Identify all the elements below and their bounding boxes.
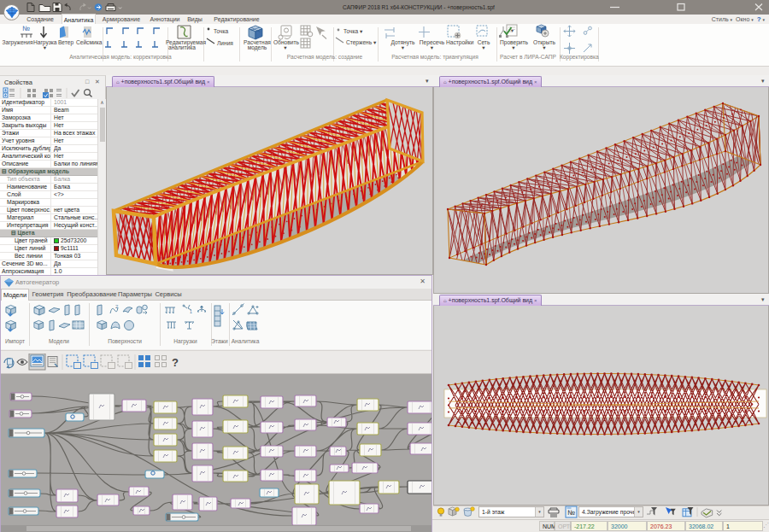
svg-text:1: 1: [190, 309, 192, 314]
svg-text:№: №: [22, 25, 30, 32]
svg-text:▾: ▾: [511, 28, 514, 33]
svg-text:2: 2: [115, 304, 119, 309]
svg-text:№: №: [567, 509, 575, 517]
svg-text:?: ?: [172, 356, 179, 369]
